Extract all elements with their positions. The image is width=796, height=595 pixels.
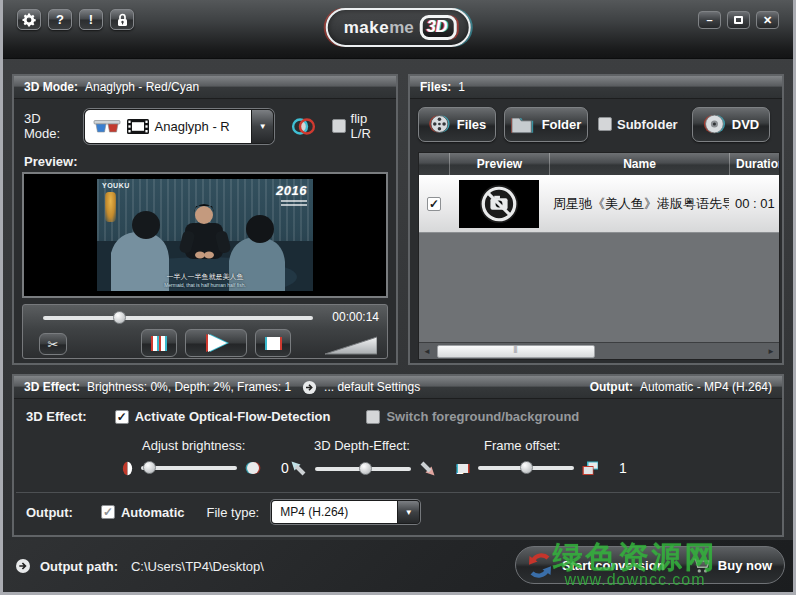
stop-button[interactable] <box>255 329 291 357</box>
gear-icon <box>22 13 36 27</box>
info-icon: ! <box>89 12 93 27</box>
scissors-icon: ✂ <box>48 337 59 352</box>
cart-icon <box>692 557 712 574</box>
depth-slider-group: 2 <box>290 460 464 477</box>
video-frame: YOUKU 2016 一半人一半鱼就是美人鱼 Mermaid, that is … <box>97 179 313 291</box>
output-header-label: Output: <box>590 380 633 394</box>
start-conversion-button[interactable]: Start conversion <box>562 558 665 573</box>
name-column-header[interactable]: Name <box>549 153 729 175</box>
info-button[interactable]: ! <box>79 9 103 30</box>
makeme3d-window: ? ! makeme 3D – ✕ 3D Mode: Anaglyph - Re… <box>3 0 793 592</box>
duration-column-header[interactable]: Duration <box>729 153 779 175</box>
subtitle-english: Mermaid, that is half human half fish. <box>97 282 313 288</box>
filetype-dropdown-field[interactable]: MP4 (H.264) <box>272 501 397 523</box>
subtitles: 一半人一半鱼就是美人鱼 Mermaid, that is half human … <box>97 273 313 288</box>
divider <box>16 492 780 493</box>
minimize-button[interactable]: – <box>698 11 721 29</box>
dvd-button-label: DVD <box>732 117 759 132</box>
cut-button[interactable]: ✂ <box>39 333 67 355</box>
automatic-checkbox[interactable] <box>101 505 115 519</box>
optical-flow-checkbox[interactable] <box>115 410 129 424</box>
default-settings-link[interactable]: ... default Settings <box>324 380 420 394</box>
scroll-left-arrow[interactable]: ◄ <box>419 343 435 360</box>
frame-offset-thumb[interactable] <box>520 461 533 474</box>
app-logo: makeme 3D <box>326 8 471 47</box>
file-row[interactable]: 周星驰《美人鱼》港版粤语先导 00 : 01 : 0 <box>419 175 779 233</box>
buy-now-area: Buy now <box>692 557 772 574</box>
depth-in-icon <box>290 460 307 477</box>
volume-control[interactable] <box>325 335 377 355</box>
film-reel-icon <box>428 113 450 135</box>
mode-header-value: Anaglyph - Red/Cyan <box>85 80 199 94</box>
automatic-option: Automatic <box>101 505 185 520</box>
depth-thumb[interactable] <box>359 462 372 475</box>
add-folder-button[interactable]: Folder <box>504 107 588 142</box>
brightness-slider[interactable] <box>141 466 237 470</box>
mode-dropdown-arrow[interactable] <box>251 110 273 143</box>
mode-panel-header: 3D Mode: Anaglyph - Red/Cyan <box>14 76 396 99</box>
file-source-row: Files Folder Subfolder <box>410 104 782 144</box>
filetype-dropdown-value: MP4 (H.264) <box>280 505 348 519</box>
flip-lr-checkbox[interactable] <box>332 119 346 133</box>
output-header-value: Automatic - MP4 (H.264) <box>640 380 772 394</box>
stop-icon <box>267 337 280 350</box>
close-button[interactable]: ✕ <box>756 11 779 29</box>
switch-fg-bg-option: Switch foreground/background <box>366 409 579 424</box>
preview-column-header[interactable]: Preview <box>449 153 549 175</box>
effect-row-label: 3D Effect: <box>26 409 87 424</box>
pause-button[interactable] <box>141 329 177 357</box>
subtitle-chinese: 一半人一半鱼就是美人鱼 <box>97 273 313 282</box>
filmstrip-icon <box>127 119 149 134</box>
window-frame: ? ! makeme 3D – ✕ 3D Mode: Anaglyph - Re… <box>0 0 796 595</box>
file-row-checkbox[interactable] <box>427 197 441 211</box>
license-button[interactable] <box>110 9 134 30</box>
anaglyph-rings-icon <box>290 117 317 136</box>
brightness-thumb[interactable] <box>143 461 156 474</box>
flip-lr-label: flip L/R <box>351 111 386 141</box>
depth-slider[interactable] <box>315 467 411 471</box>
scroll-right-arrow[interactable]: ► <box>763 343 779 360</box>
3d-glasses-icon <box>93 119 121 134</box>
files-count: 1 <box>458 80 465 94</box>
filetype-label: File type: <box>206 505 259 520</box>
add-files-button[interactable]: Files <box>418 107 496 142</box>
flip-lr-option: flip L/R <box>332 111 386 141</box>
dvd-button[interactable]: DVD <box>692 107 770 142</box>
switch-fg-bg-checkbox[interactable] <box>366 410 380 424</box>
seek-thumb[interactable] <box>113 311 126 324</box>
filetype-dropdown[interactable]: MP4 (H.264) <box>271 500 420 524</box>
select-column-header[interactable] <box>419 153 449 175</box>
filetype-dropdown-arrow[interactable] <box>397 501 419 523</box>
seek-bar[interactable] <box>43 316 313 320</box>
mode-panel: 3D Mode: Anaglyph - Red/Cyan 3D Mode: An… <box>12 74 398 365</box>
convert-icon[interactable] <box>526 552 554 579</box>
close-icon: ✕ <box>763 14 772 27</box>
output-path-row: Output path: C:\Users\TP4\Desktop\ <box>15 558 264 574</box>
settings-button[interactable] <box>17 9 41 30</box>
file-duration: 00 : 01 : 0 <box>729 196 779 211</box>
brightness-high-icon <box>245 460 261 476</box>
frame-double-icon <box>582 461 599 476</box>
effect-header-value: Brightness: 0%, Depth: 2%, Frames: 1 <box>87 380 291 394</box>
frame-single-icon <box>456 463 470 474</box>
maximize-button[interactable] <box>727 11 750 29</box>
switch-fg-bg-label: Switch foreground/background <box>386 409 579 424</box>
effect-header-label: 3D Effect: <box>24 380 80 394</box>
horizontal-scrollbar[interactable]: ◄ ► <box>419 342 779 359</box>
help-button[interactable]: ? <box>48 9 72 30</box>
help-icon: ? <box>56 12 64 27</box>
subfolder-checkbox[interactable] <box>598 117 612 131</box>
files-button-label: Files <box>457 117 487 132</box>
depth-label: 3D Depth-Effect: <box>314 438 410 453</box>
mode-dropdown-field[interactable]: Anaglyph - R <box>85 110 252 143</box>
scrollbar-thumb[interactable] <box>437 345 595 358</box>
buy-now-button[interactable]: Buy now <box>718 558 772 573</box>
mode-dropdown[interactable]: Anaglyph - R <box>84 109 275 144</box>
effect-header-output: Output: Automatic - MP4 (H.264) <box>590 380 772 394</box>
files-header-label: Files: <box>420 80 451 94</box>
play-icon <box>203 332 229 354</box>
output-path-value: C:\Users\TP4\Desktop\ <box>131 559 264 574</box>
frame-offset-slider[interactable] <box>478 466 574 470</box>
maximize-icon <box>734 16 743 24</box>
play-button[interactable] <box>185 329 247 357</box>
